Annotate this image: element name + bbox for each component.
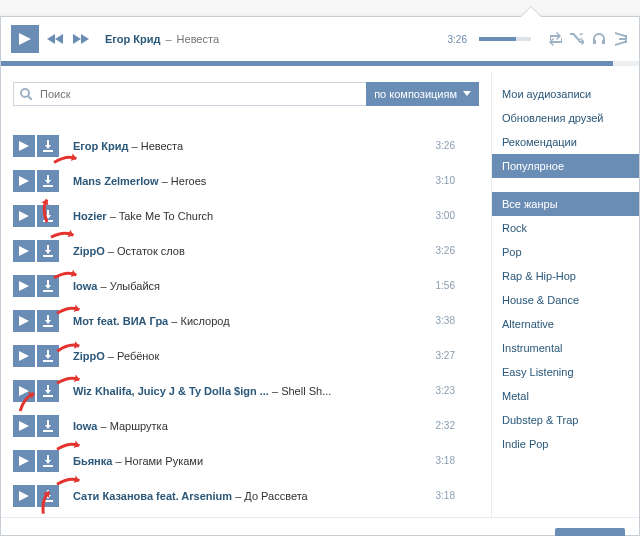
track-row[interactable]: ZippO – Ребёнок3:27 [13,338,479,373]
track-row[interactable]: Wiz Khalifa, Juicy J & Ty Dolla $ign ...… [13,373,479,408]
progress-bar[interactable] [1,61,639,66]
close-button[interactable]: Закрыть [555,528,625,536]
track-download-button[interactable] [37,275,59,297]
next-button[interactable] [71,27,91,51]
track-play-button[interactable] [13,485,35,507]
genre-item[interactable]: Alternative [492,312,639,336]
broadcast-icon[interactable] [613,31,629,47]
track-row[interactable]: Бьянка – Ногами Руками3:18 [13,443,479,478]
track-name: ZippO – Ребёнок [73,350,436,362]
svg-marker-4 [81,34,89,44]
repeat-icon[interactable] [547,31,563,47]
track-title: Маршрутка [110,420,168,432]
svg-marker-10 [19,211,29,221]
genre-item[interactable]: Indie Pop [492,432,639,456]
genre-item[interactable]: Metal [492,384,639,408]
track-name: Mans Zelmerlow – Heroes [73,175,436,187]
track-artist[interactable]: Hozier [73,210,107,222]
track-play-button[interactable] [13,205,35,227]
nav-item[interactable]: Обновления друзей [492,106,639,130]
track-play-button[interactable] [13,240,35,262]
track-time: 3:18 [436,490,479,501]
genre-item[interactable]: Pop [492,240,639,264]
track-time: 3:00 [436,210,479,221]
track-time: 3:38 [436,315,479,326]
track-title: Улыбайся [110,280,160,292]
track-download-button[interactable] [37,485,59,507]
left-panel: по композициям Егор Крид – Невеста3:26Ma… [1,72,491,517]
shuffle-icon[interactable] [569,31,585,47]
track-row[interactable]: Сати Казанова feat. Arsenium – До Рассве… [13,478,479,513]
track-play-button[interactable] [13,415,35,437]
genre-item[interactable]: Instrumental [492,336,639,360]
track-artist[interactable]: Мот feat. ВИА Гра [73,315,168,327]
track-play-button[interactable] [13,310,35,332]
track-row[interactable]: Iowa – Маршрутка2:32 [13,408,479,443]
track-artist[interactable]: Бьянка [73,455,112,467]
genre-item[interactable]: Rock [492,216,639,240]
track-row[interactable]: Hozier – Take Me To Church3:00 [13,198,479,233]
track-time: 1:56 [436,280,479,291]
genre-item[interactable]: House & Dance [492,288,639,312]
track-play-button[interactable] [13,135,35,157]
track-play-button[interactable] [13,380,35,402]
svg-marker-0 [19,33,31,45]
svg-marker-7 [463,91,471,96]
genre-item[interactable]: Rap & Hip-Hop [492,264,639,288]
nav-item[interactable]: Популярное [492,154,639,178]
svg-marker-9 [19,176,29,186]
track-download-button[interactable] [37,415,59,437]
track-artist[interactable]: Егор Крид [73,140,128,152]
track-row[interactable]: ZippO – Остаток слов3:26 [13,233,479,268]
track-download-button[interactable] [37,380,59,402]
track-row[interactable]: Mans Zelmerlow – Heroes3:10 [13,163,479,198]
track-download-button[interactable] [37,310,59,332]
track-title: Ногами Руками [125,455,203,467]
track-artist[interactable]: Сати Казанова feat. Arsenium [73,490,232,502]
search-icon [20,88,32,100]
track-list: Егор Крид – Невеста3:26Mans Zelmerlow – … [13,128,479,517]
track-row[interactable]: Мот feat. ВИА Гра – Кислород3:38 [13,303,479,338]
search-input[interactable] [38,87,360,101]
genre-item[interactable]: Все жанры [492,192,639,216]
svg-marker-15 [19,386,29,396]
play-button[interactable] [11,25,39,53]
track-play-button[interactable] [13,275,35,297]
track-download-button[interactable] [37,240,59,262]
nav-list: Мои аудиозаписиОбновления друзейРекоменд… [492,82,639,178]
track-title: Остаток слов [117,245,185,257]
track-title: Ребёнок [117,350,159,362]
track-artist[interactable]: ZippO [73,245,105,257]
track-artist[interactable]: Iowa [73,280,97,292]
audio-dialog: Егор Крид – Невеста 3:26 по композициям [0,16,640,536]
chevron-down-icon [463,91,471,97]
headphones-icon[interactable] [591,31,607,47]
nav-item[interactable]: Мои аудиозаписи [492,82,639,106]
track-download-button[interactable] [37,345,59,367]
search-field[interactable] [13,82,367,106]
track-artist[interactable]: ZippO [73,350,105,362]
track-play-button[interactable] [13,345,35,367]
genre-item[interactable]: Dubstep & Trap [492,408,639,432]
track-download-button[interactable] [37,205,59,227]
track-play-button[interactable] [13,170,35,192]
track-name: Мот feat. ВИА Гра – Кислород [73,315,436,327]
track-row[interactable]: Iowa – Улыбайся1:56 [13,268,479,303]
track-name: Hozier – Take Me To Church [73,210,436,222]
track-play-button[interactable] [13,450,35,472]
track-row[interactable]: Егор Крид – Невеста3:26 [13,128,479,163]
track-download-button[interactable] [37,135,59,157]
track-artist[interactable]: Mans Zelmerlow [73,175,159,187]
player-bar: Егор Крид – Невеста 3:26 [1,17,639,61]
nav-item[interactable]: Рекомендации [492,130,639,154]
genre-item[interactable]: Easy Listening [492,360,639,384]
search-scope-dropdown[interactable]: по композициям [366,82,479,106]
track-artist[interactable]: Iowa [73,420,97,432]
track-download-button[interactable] [37,450,59,472]
track-download-button[interactable] [37,170,59,192]
prev-button[interactable] [45,27,65,51]
track-artist[interactable]: Wiz Khalifa, Juicy J & Ty Dolla $ign ... [73,385,269,397]
svg-marker-12 [19,281,29,291]
volume-slider[interactable] [479,37,531,41]
track-title: Shell Sh... [281,385,331,397]
